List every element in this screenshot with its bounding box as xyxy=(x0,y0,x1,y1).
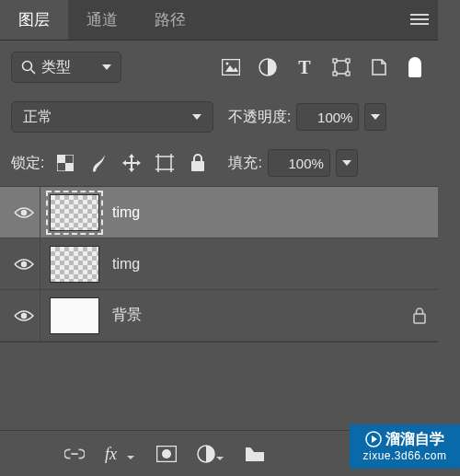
svg-text:T: T xyxy=(298,58,311,76)
layer-row[interactable]: timg xyxy=(0,187,438,238)
svg-point-29 xyxy=(20,261,26,266)
tab-label: 图层 xyxy=(18,9,50,30)
lock-position-button[interactable] xyxy=(121,153,142,173)
blend-mode-value: 正常 xyxy=(23,108,52,127)
lock-artboard-button[interactable] xyxy=(155,153,175,173)
layer-row[interactable]: 背景 xyxy=(0,290,438,342)
svg-marker-38 xyxy=(372,435,377,443)
filter-row: 类型 T xyxy=(0,41,438,94)
layer-name: 背景 xyxy=(112,306,401,325)
filter-toggle-icon xyxy=(408,57,421,77)
fill-label: 填充: xyxy=(228,154,261,173)
lock-label: 锁定: xyxy=(11,154,44,173)
svg-line-4 xyxy=(31,70,36,75)
svg-rect-18 xyxy=(158,157,171,169)
layer-list: timg timg 背景 xyxy=(0,186,438,342)
filter-pixel-button[interactable] xyxy=(221,57,241,77)
watermark-title: 溜溜自学 xyxy=(385,430,444,449)
brush-icon xyxy=(90,153,107,173)
lock-transparency-button[interactable] xyxy=(55,153,75,173)
filter-type-button[interactable]: T xyxy=(294,57,315,77)
tab-paths[interactable]: 路径 xyxy=(136,0,204,40)
opacity-dropdown-button[interactable] xyxy=(364,103,386,131)
opacity-input[interactable]: 100% xyxy=(296,103,359,131)
layer-visibility-toggle[interactable] xyxy=(7,187,40,238)
svg-rect-0 xyxy=(410,14,429,16)
lock-icon xyxy=(413,308,426,324)
svg-marker-6 xyxy=(225,65,238,72)
svg-rect-12 xyxy=(346,59,350,63)
checker-icon xyxy=(57,155,74,171)
blend-mode-select[interactable]: 正常 xyxy=(11,101,213,133)
svg-rect-11 xyxy=(333,59,337,63)
eye-icon xyxy=(14,205,34,220)
filter-type-select[interactable]: 类型 xyxy=(11,52,121,83)
svg-point-30 xyxy=(20,312,26,318)
svg-rect-2 xyxy=(410,23,429,25)
chevron-down-icon xyxy=(371,114,380,120)
tab-label: 路径 xyxy=(155,9,186,30)
layer-thumbnail[interactable] xyxy=(50,246,99,283)
watermark-url: zixue.3d66.com xyxy=(362,449,446,464)
blend-row: 正常 不透明度: 100% xyxy=(0,94,438,140)
svg-point-35 xyxy=(162,449,171,459)
panel-menu-button[interactable] xyxy=(401,14,438,27)
link-layers-button[interactable] xyxy=(64,444,85,464)
layer-visibility-toggle[interactable] xyxy=(7,238,40,289)
opacity-label: 不透明度: xyxy=(228,108,291,127)
layer-name: timg xyxy=(112,256,438,273)
svg-rect-16 xyxy=(57,155,65,163)
chevron-down-icon xyxy=(192,114,201,120)
filter-adjustment-button[interactable] xyxy=(258,57,278,77)
filter-shape-button[interactable] xyxy=(331,57,351,77)
lock-icon xyxy=(190,154,205,172)
add-mask-button[interactable] xyxy=(156,444,177,464)
fill-input[interactable]: 100% xyxy=(268,149,330,177)
chevron-down-icon xyxy=(102,64,111,70)
layer-thumbnail[interactable] xyxy=(50,297,99,334)
svg-rect-1 xyxy=(410,18,429,20)
filter-toggle-switch[interactable] xyxy=(405,57,421,77)
filter-smartobject-button[interactable] xyxy=(368,57,388,77)
artboard-icon xyxy=(155,154,174,172)
eye-icon xyxy=(14,308,34,323)
folder-icon xyxy=(245,446,265,462)
fill-value: 100% xyxy=(289,156,324,171)
svg-point-28 xyxy=(20,209,26,215)
opacity-value: 100% xyxy=(317,110,352,125)
lock-all-button[interactable] xyxy=(188,153,208,173)
filter-type-label: 类型 xyxy=(41,58,97,77)
svg-point-7 xyxy=(226,63,229,65)
new-group-button[interactable] xyxy=(245,444,265,464)
svg-rect-14 xyxy=(346,72,350,75)
panel-tab-bar: 图层 通道 路径 xyxy=(0,0,438,41)
lock-row: 锁定: xyxy=(0,140,438,186)
svg-rect-27 xyxy=(191,161,204,171)
link-icon xyxy=(64,447,85,460)
play-icon xyxy=(365,431,382,447)
layer-visibility-toggle[interactable] xyxy=(7,290,40,341)
adjustment-layer-icon xyxy=(197,445,224,463)
svg-rect-31 xyxy=(414,314,425,323)
eye-icon xyxy=(14,257,34,272)
layer-style-button[interactable]: fx xyxy=(105,444,136,464)
tab-label: 通道 xyxy=(86,9,118,30)
adjustment-icon xyxy=(259,58,277,76)
svg-rect-17 xyxy=(65,163,74,171)
tab-channels[interactable]: 通道 xyxy=(68,0,136,40)
new-adjustment-button[interactable] xyxy=(197,444,224,464)
move-icon xyxy=(122,154,141,172)
fill-dropdown-button[interactable] xyxy=(336,149,358,177)
search-icon xyxy=(21,60,36,75)
layer-thumbnail[interactable] xyxy=(50,194,99,231)
chevron-down-icon xyxy=(342,160,351,166)
svg-rect-13 xyxy=(333,72,337,75)
lock-image-button[interactable] xyxy=(88,153,109,173)
tab-layers[interactable]: 图层 xyxy=(0,0,68,40)
layer-name: timg xyxy=(112,204,438,221)
image-icon xyxy=(222,59,240,75)
layer-row[interactable]: timg xyxy=(0,238,438,290)
svg-point-3 xyxy=(23,62,32,71)
layer-lock-indicator[interactable] xyxy=(401,308,438,324)
type-icon: T xyxy=(295,58,314,76)
